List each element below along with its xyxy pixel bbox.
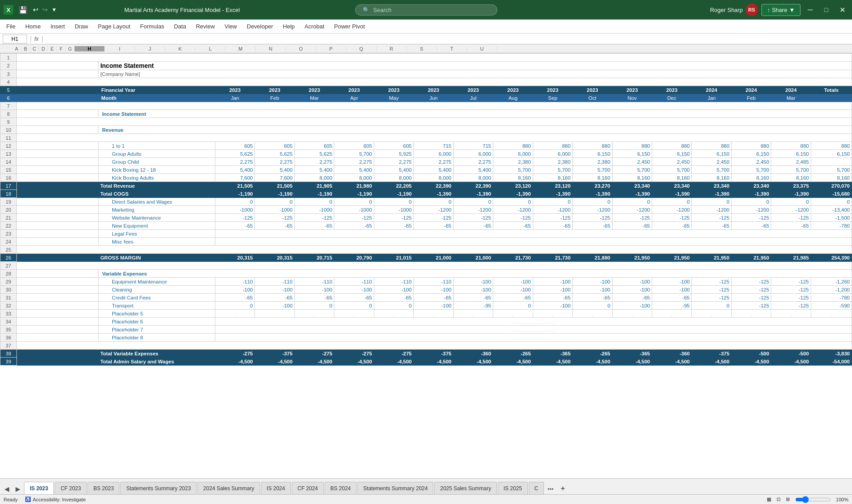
sheet-tabs: ◀ ▶ IS 2023 CF 2023 BS 2023 Statements S… (0, 478, 852, 494)
menu-item-insert[interactable]: Insert (46, 21, 70, 32)
formula-input[interactable] (46, 36, 849, 42)
table-row: 36 Placeholder 8 . . . . . . . . . . . .… (0, 334, 852, 342)
search-bar[interactable]: 🔍 (355, 4, 497, 16)
minimize-button[interactable]: ─ (804, 4, 816, 16)
sheet-tab-statements2023[interactable]: Statements Summary 2023 (120, 482, 196, 494)
table-row: 7 (0, 102, 852, 110)
user-info: Roger Sharp RS (710, 4, 758, 16)
sheet-tab-sales2025[interactable]: 2025 Sales Summary (434, 482, 497, 494)
sheet-tab-bs2023[interactable]: BS 2023 (87, 482, 119, 494)
table-row: 10 Revenue (0, 126, 852, 134)
sheet-tab-is2025[interactable]: IS 2025 (498, 482, 527, 494)
menu-item-data[interactable]: Data (170, 21, 190, 32)
menu-item-file[interactable]: File (2, 21, 20, 32)
app-title: Martial Arts Academy Financial Model - E… (124, 7, 240, 13)
user-name: Roger Sharp (710, 7, 743, 13)
table-row: 13 Group Adults 5,625 5,625 5,625 5,700 … (0, 150, 852, 158)
table-row: 20 Marketing -1000 -1000 -1000 -1000 -10… (0, 206, 852, 214)
table-row: 15 Kick Boxing 12 - 18 5,400 5,400 5,400… (0, 166, 852, 174)
title-bar: X 💾 ↩ ↪ ▼ 🔍 Martial Arts Academy Financi… (0, 0, 852, 20)
table-row: 1 (0, 54, 852, 62)
view-normal-icon[interactable]: ▦ (767, 496, 771, 502)
table-row: 9 (0, 118, 852, 126)
app-icons: X 💾 ↩ ↪ ▼ (4, 5, 57, 15)
save-icon[interactable]: 💾 (17, 5, 29, 15)
formula-bar: | fx | (0, 34, 852, 44)
table-row: 25 (0, 246, 852, 254)
tab-nav-left[interactable]: ◀ (2, 484, 12, 494)
status-bar: Ready ♿ Accessibility: Investigate ▦ ⊡ ⊞… (0, 494, 852, 504)
header-month-row: 6 Month Jan Feb Mar Apr May Jun Jul Aug … (0, 94, 852, 102)
menu-item-view[interactable]: View (220, 21, 242, 32)
total-var-row: 38 Total Variable Expenses -275 -375 -27… (0, 350, 852, 358)
column-headers: A B C D E F G H I J K L M N O P Q R S T … (0, 44, 852, 53)
formula-divider2: | (41, 35, 43, 43)
tab-nav-right[interactable]: ▶ (13, 484, 23, 494)
sheet-tab-cf2023[interactable]: CF 2023 (55, 482, 87, 494)
view-page-icon[interactable]: ⊞ (786, 496, 790, 502)
formula-divider: | (30, 35, 32, 43)
total-cogs-row: 18 Total COGS -1,190 -1,190 -1,190 -1,19… (0, 190, 852, 198)
total-revenue-row: 17 Total Revenue 21,505 21,505 21,905 21… (0, 182, 852, 190)
menu-item-page-layout[interactable]: Page Layout (94, 21, 135, 32)
spreadsheet-area[interactable]: 1 2 Income Statement 3 [Company Name] 4 … (0, 53, 852, 478)
zoom-slider[interactable] (795, 496, 831, 503)
search-input[interactable] (373, 7, 490, 13)
menu-item-home[interactable]: Home (21, 21, 45, 32)
status-ready: Ready (4, 497, 18, 502)
table-row: 12 1 to 1 605 605 605 605 605 715 715 88… (0, 142, 852, 150)
customize-icon[interactable]: ▼ (52, 7, 57, 13)
menu-item-developer[interactable]: Developer (242, 21, 277, 32)
accessibility-bar: ♿ Accessibility: Investigate (25, 496, 86, 502)
table-row: 37 (0, 342, 852, 350)
menu-item-help[interactable]: Help (278, 21, 299, 32)
table-row: 23 Legal Fees (0, 230, 852, 238)
table-row: 3 [Company Name] (0, 70, 852, 78)
sheet-tab-is2023[interactable]: IS 2023 (24, 482, 54, 494)
share-button[interactable]: ↑ Share ▼ (761, 4, 800, 16)
table-row: 21 Website Maintenance -125 -125 -125 -1… (0, 214, 852, 222)
redo-icon[interactable]: ↪ (42, 6, 48, 14)
tab-add[interactable]: + (557, 483, 568, 494)
menu-item-draw[interactable]: Draw (70, 21, 92, 32)
undo-icon[interactable]: ↩ (33, 6, 39, 14)
table-row: 31 Credit Card Fees -65 -65 -65 -65 -65 … (0, 294, 852, 302)
table-row: 16 Kick Boxing Adults 7,600 7,600 8,000 … (0, 174, 852, 182)
accessibility-text: Accessibility: Investigate (33, 497, 86, 502)
tab-more[interactable]: ••• (545, 484, 556, 494)
close-button[interactable]: ✕ (836, 4, 848, 16)
sheet-tab-sales2024[interactable]: 2024 Sales Summary (198, 482, 260, 494)
spreadsheet-table: 1 2 Income Statement 3 [Company Name] 4 … (0, 53, 852, 366)
zoom-level: 100% (836, 497, 848, 502)
share-dropdown-icon: ▼ (789, 7, 795, 13)
table-row: 4 (0, 78, 852, 86)
status-right: ▦ ⊡ ⊞ 100% (767, 496, 848, 503)
table-row: 14 Group Child 2,275 2,275 2,275 2,275 2… (0, 158, 852, 166)
table-row: 33 Placeholder 5 . . . . . . . . . . . .… (0, 310, 852, 318)
view-layout-icon[interactable]: ⊡ (777, 496, 781, 502)
sheet-tab-bs2024[interactable]: BS 2024 (325, 482, 357, 494)
sheet-tab-statements2024[interactable]: Statements Summary 2024 (357, 482, 433, 494)
table-row: 32 Transport 0 -100 0 0 0 -100 -95 0 -10… (0, 302, 852, 310)
table-row: 35 Placeholder 7 . . . . . . . . . . . .… (0, 326, 852, 334)
menu-item-power-pivot[interactable]: Power Pivot (330, 21, 369, 32)
table-row: 29 Equipment Maintenance -110 -110 -110 … (0, 278, 852, 286)
total-admin-row: 39 Total Admin Salary and Wages -4,500 -… (0, 358, 852, 366)
fx-label: fx (34, 35, 39, 42)
menu-item-formulas[interactable]: Formulas (136, 21, 169, 32)
sheet-tab-is2024[interactable]: IS 2024 (261, 482, 291, 494)
table-row: 27 (0, 262, 852, 270)
menu-item-acrobat[interactable]: Acrobat (300, 21, 329, 32)
share-icon: ↑ (767, 7, 770, 13)
table-row: 8 Income Statement (0, 110, 852, 118)
user-avatar: RS (745, 4, 758, 16)
menu-item-review[interactable]: Review (191, 21, 219, 32)
sheet-tab-cf2024[interactable]: CF 2024 (292, 482, 324, 494)
excel-logo: X (4, 5, 13, 15)
maximize-button[interactable]: □ (820, 4, 832, 16)
financial-year-label: Financial Year (98, 86, 215, 94)
cell-reference[interactable] (3, 35, 27, 43)
revenue-header: Revenue (98, 126, 852, 134)
income-statement-header: Income Statement (98, 110, 852, 118)
sheet-tab-c[interactable]: C (529, 482, 544, 494)
